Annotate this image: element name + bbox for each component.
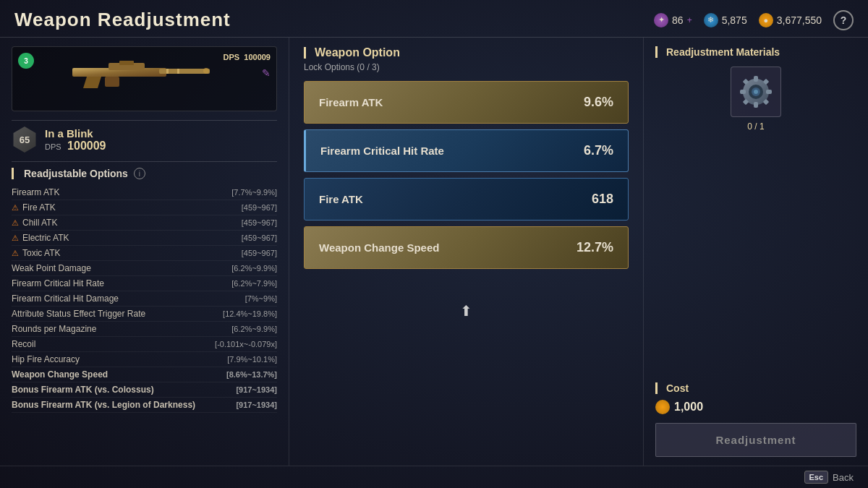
header: Weapon Readjustment ✦ 86 + ❄ 5,875 ● 3,6… [0,0,868,38]
currency-purple-icon: ✦ [654,13,668,27]
svg-point-8 [203,68,209,74]
content-area: 3 DPS 100009 [0,38,868,466]
option-row: ⚠Electric ATK[459~967] [12,231,277,246]
page-title: Weapon Readjustment [14,9,231,31]
option-card-name: Weapon Change Speed [319,241,439,254]
currency-gold-item: ● 3,677,550 [759,13,822,27]
warning-icon: ⚠ [12,218,19,228]
weapon-info: 65 In a Blink DPS 100009 [12,120,277,155]
option-row: Firearm ATK[7.7%~9.9%] [12,185,277,200]
option-range: [8.6%~13.7%] [226,370,277,379]
option-card-inner: Firearm ATK9.6% [305,82,628,123]
readjustable-section-header: Readjustable Options i [12,168,277,179]
option-card-inner: Firearm Critical Hit Rate6.7% [306,130,628,171]
weapon-dps-top: DPS 100009 [224,53,271,61]
currency-blue-item: ❄ 5,875 [704,13,747,27]
material-icon-box [731,67,781,117]
options-list: Firearm ATK[7.7%~9.9%]⚠Fire ATK[459~967]… [12,185,277,457]
materials-section: Readjustment Materials [655,46,856,132]
option-row: Bonus Firearm ATK (vs. Colossus)[917~193… [12,382,277,398]
option-name: Weapon Change Speed [12,369,108,380]
svg-point-20 [754,90,758,94]
option-name: Firearm ATK [12,187,59,197]
option-range: [6.2%~9.9%] [231,325,277,333]
option-row: Attribute Status Effect Trigger Rate[12.… [12,307,277,322]
cursor-area: ⬆ [304,275,629,347]
material-count: 0 / 1 [747,121,764,132]
option-name: Weak Point Damage [12,263,91,273]
edit-icon[interactable]: ✎ [262,67,271,79]
option-name: ⚠Chill ATK [12,218,57,228]
option-range: [7%~9%] [245,294,277,303]
warning-icon: ⚠ [12,203,19,213]
weapon-dps-value-top: 100009 [244,53,271,61]
svg-rect-6 [166,69,169,74]
option-name: ⚠Fire ATK [12,202,56,213]
right-panel: Readjustment Materials [644,38,868,466]
option-row: ⚠Toxic ATK[459~967] [12,246,277,261]
option-row: Hip Fire Accuracy[7.9%~10.1%] [12,352,277,367]
weapon-silhouette [65,56,224,89]
weapon-preview: 3 DPS 100009 [12,46,277,111]
option-range: [12.4%~19.8%] [223,309,277,318]
cost-gold-icon [655,400,670,414]
readjustment-button[interactable]: Readjustment [655,423,856,457]
readjustable-title: Readjustable Options [24,168,128,179]
option-card[interactable]: Firearm ATK9.6% [304,81,629,124]
option-name: Bonus Firearm ATK (vs. Colossus) [12,385,154,395]
cost-value: 1,000 [655,400,856,414]
option-name: ⚠Toxic ATK [12,248,60,258]
option-card-inner: Fire ATK618 [305,179,628,220]
option-range: [7.7%~9.9%] [231,188,277,197]
weapon-level-badge: 3 [18,53,34,69]
svg-rect-7 [177,69,179,74]
option-card-inner: Weapon Change Speed12.7% [305,227,628,268]
currency-blue-amount: 5,875 [722,14,747,26]
option-card[interactable]: Weapon Change Speed12.7% [304,226,629,269]
option-row: Weak Point Damage[6.2%~9.9%] [12,261,277,276]
option-name: Attribute Status Effect Trigger Rate [12,309,145,319]
option-card-value: 12.7% [576,240,613,255]
info-icon[interactable]: i [134,168,145,179]
materials-title: Readjustment Materials [655,46,856,58]
option-name: Firearm Critical Hit Damage [12,294,119,304]
option-name: Rounds per Magazine [12,324,96,334]
option-card[interactable]: Firearm Critical Hit Rate6.7% [304,129,629,172]
option-row: Rounds per Magazine[6.2%~9.9%] [12,322,277,337]
option-card-name: Fire ATK [319,193,363,205]
option-card-name: Firearm Critical Hit Rate [320,145,444,157]
option-card-name: Firearm ATK [319,96,383,108]
help-button[interactable]: ? [833,10,854,30]
option-row: ⚠Chill ATK[459~967] [12,215,277,231]
weapon-level-hex: 65 [12,127,38,153]
footer: Esc Back [0,466,868,488]
svg-marker-4 [83,77,101,88]
svg-rect-11 [754,76,758,82]
option-row: Weapon Change Speed[8.6%~13.7%] [12,367,277,382]
section-accent [12,168,14,179]
cost-amount: 1,000 [674,401,703,414]
option-card-value: 9.6% [584,95,613,110]
warning-icon: ⚠ [12,234,19,243]
option-card[interactable]: Fire ATK618 [304,178,629,221]
svg-rect-3 [119,61,134,65]
option-range: [459~967] [242,249,277,257]
esc-key[interactable]: Esc [804,471,829,484]
weapon-option-title: Weapon Option [304,46,629,59]
option-name: Bonus Firearm ATK (vs. Legion of Darknes… [12,400,195,410]
option-name: Firearm Critical Hit Rate [12,278,104,288]
section-accent-right [655,46,658,58]
back-label: Back [833,472,854,483]
option-range: [6.2%~9.9%] [231,264,277,273]
weapon-name-area: In a Blink DPS 100009 [45,127,106,153]
option-range: [-0.101x~-0.079x] [215,340,277,348]
section-accent-mid [304,47,306,59]
option-name: ⚠Electric ATK [12,233,69,243]
option-range: [7.9%~10.1%] [227,355,277,364]
option-range: [6.2%~7.9%] [231,279,277,288]
cost-title-label: Cost [666,382,689,394]
middle-panel: Weapon Option Lock Options (0 / 3) Firea… [289,38,644,466]
option-card-value: 6.7% [584,143,613,158]
currency-gold-icon: ● [759,13,773,27]
weapon-name: In a Blink [45,127,106,140]
